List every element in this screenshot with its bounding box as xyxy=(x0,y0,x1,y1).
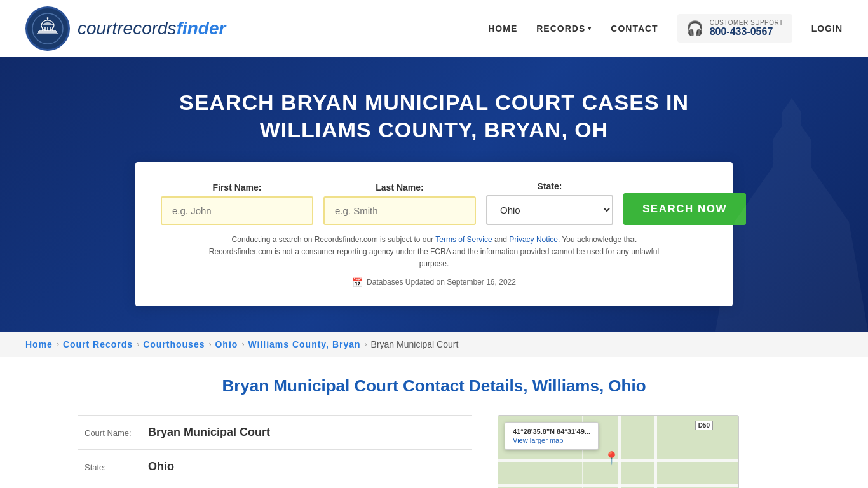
state-group: State: Ohio Alabama Alaska Arizona Calif… xyxy=(486,181,613,225)
first-name-label: First Name: xyxy=(161,182,313,193)
search-fields: First Name: Last Name: State: Ohio Alaba… xyxy=(161,181,707,225)
breadcrumb-home[interactable]: Home xyxy=(25,339,53,349)
state-select[interactable]: Ohio Alabama Alaska Arizona California F… xyxy=(486,195,613,225)
hero-section: SEARCH BRYAN MUNICIPAL COURT CASES IN WI… xyxy=(0,57,868,332)
map-panel: D50 Williams County Sheriff's Office 📍 4… xyxy=(498,415,739,488)
breadcrumb-ohio[interactable]: Ohio xyxy=(215,339,238,349)
breadcrumb-current: Bryan Municipal Court xyxy=(371,339,459,349)
hero-title: SEARCH BRYAN MUNICIPAL COURT CASES IN WI… xyxy=(148,89,720,143)
search-card: First Name: Last Name: State: Ohio Alaba… xyxy=(135,162,733,306)
first-name-group: First Name: xyxy=(161,182,313,225)
state-label: State: xyxy=(486,181,613,191)
support-info: CUSTOMER SUPPORT 800-433-0567 xyxy=(710,19,783,37)
first-name-input[interactable] xyxy=(161,196,313,225)
main-nav: HOME RECORDS ▾ CONTACT 🎧 CUSTOMER SUPPOR… xyxy=(488,14,843,43)
view-larger-map-link[interactable]: View larger map xyxy=(513,437,590,444)
map-marker: 📍 xyxy=(604,451,620,466)
nav-home[interactable]: HOME xyxy=(488,24,517,34)
breadcrumb-sep-4: › xyxy=(241,340,244,349)
details-panel: Court Name: Bryan Municipal Court State:… xyxy=(78,415,472,484)
support-label: CUSTOMER SUPPORT xyxy=(710,19,783,26)
last-name-group: Last Name: xyxy=(323,182,476,225)
state-row: State: Ohio xyxy=(78,449,472,484)
breadcrumb-court-records[interactable]: Court Records xyxy=(63,339,133,349)
section-title: Bryan Municipal Court Contact Details, W… xyxy=(78,376,790,396)
last-name-label: Last Name: xyxy=(323,182,476,193)
logo-icon xyxy=(25,6,70,51)
logo-text: courtrecordsfinder xyxy=(78,18,226,39)
nav-login[interactable]: LOGIN xyxy=(811,24,843,34)
state-detail-label: State: xyxy=(85,463,142,472)
nav-contact[interactable]: CONTACT xyxy=(611,24,658,34)
map-popup: 41°28'35.8"N 84°31'49... View larger map xyxy=(505,422,599,450)
d50-badge: D50 xyxy=(695,421,713,430)
tos-link[interactable]: Terms of Service xyxy=(435,235,492,244)
calendar-icon: 📅 xyxy=(352,277,363,287)
state-detail-value: Ohio xyxy=(148,460,174,473)
logo-link[interactable]: courtrecordsfinder xyxy=(25,6,488,51)
db-updated: 📅 Databases Updated on September 16, 202… xyxy=(161,277,707,287)
headset-icon: 🎧 xyxy=(686,20,703,37)
disclaimer-text: Conducting a search on Recordsfinder.com… xyxy=(205,234,663,271)
svg-rect-6 xyxy=(37,33,58,34)
court-name-value: Bryan Municipal Court xyxy=(148,426,270,439)
map-coords: 41°28'35.8"N 84°31'49... xyxy=(513,428,590,435)
court-name-row: Court Name: Bryan Municipal Court xyxy=(78,415,472,449)
last-name-input[interactable] xyxy=(323,196,476,225)
svg-point-3 xyxy=(47,17,49,19)
main-content: Bryan Municipal Court Contact Details, W… xyxy=(53,357,815,488)
breadcrumb-williams-county[interactable]: Williams County, Bryan xyxy=(248,339,360,349)
chevron-down-icon: ▾ xyxy=(588,24,592,32)
search-button[interactable]: SEARCH NOW xyxy=(623,193,746,225)
support-number: 800-433-0567 xyxy=(710,26,783,37)
privacy-link[interactable]: Privacy Notice xyxy=(509,235,558,244)
site-header: courtrecordsfinder HOME RECORDS ▾ CONTAC… xyxy=(0,0,868,57)
breadcrumb-sep-1: › xyxy=(57,340,59,349)
svg-rect-5 xyxy=(38,31,57,33)
nav-records[interactable]: RECORDS xyxy=(536,24,585,34)
breadcrumb: Home › Court Records › Courthouses › Ohi… xyxy=(0,332,868,357)
map-container: D50 Williams County Sheriff's Office 📍 4… xyxy=(498,415,739,488)
breadcrumb-sep-5: › xyxy=(365,340,367,349)
breadcrumb-sep-2: › xyxy=(137,340,139,349)
court-name-label: Court Name: xyxy=(85,428,142,438)
db-updated-text: Databases Updated on September 16, 2022 xyxy=(367,278,516,287)
nav-records-group: RECORDS ▾ xyxy=(536,24,592,34)
support-box[interactable]: 🎧 CUSTOMER SUPPORT 800-433-0567 xyxy=(677,14,792,43)
breadcrumb-courthouses[interactable]: Courthouses xyxy=(143,339,205,349)
content-layout: Court Name: Bryan Municipal Court State:… xyxy=(78,415,790,488)
breadcrumb-sep-3: › xyxy=(208,340,211,349)
